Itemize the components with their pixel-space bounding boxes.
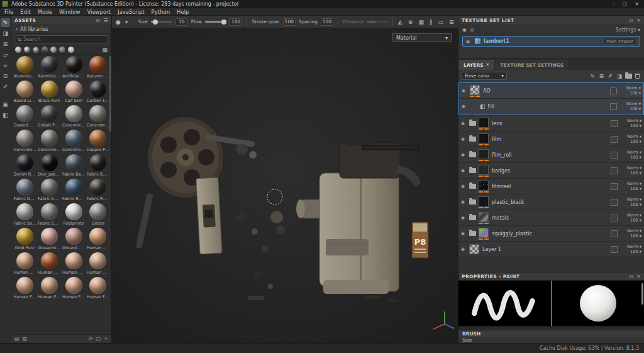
blend-mode-dropdown[interactable]: Norm ▾: [626, 101, 641, 106]
material-item[interactable]: Human Ba...: [86, 228, 109, 250]
brush-preset-chevron-icon[interactable]: ▾: [125, 19, 129, 25]
material-item[interactable]: Human Fe...: [38, 277, 61, 300]
smudge-tool-icon[interactable]: ≈: [1, 61, 10, 70]
opacity-dropdown[interactable]: 100 ▾: [630, 123, 641, 128]
layer-row[interactable]: ◉◧FillNorm ▾100 ▾: [459, 99, 643, 115]
filter-smart-masks-icon[interactable]: [33, 47, 39, 53]
eye-icon[interactable]: ◉: [461, 247, 467, 252]
geometry-mask-tool-icon[interactable]: ▣: [1, 100, 10, 109]
show-all-eye-icon[interactable]: ◉: [462, 27, 467, 33]
paint-tool-icon[interactable]: ✎: [1, 18, 10, 27]
material-item[interactable]: Ground Gr...: [62, 228, 86, 250]
quick-mask-tool-icon[interactable]: ◧: [1, 111, 10, 120]
menu-mode[interactable]: Mode: [38, 9, 52, 15]
material-item[interactable]: Fabric Soft...: [13, 203, 36, 226]
material-item[interactable]: Fabric Rou...: [62, 179, 86, 201]
material-item[interactable]: Coated Me...: [13, 105, 36, 128]
opacity-dropdown[interactable]: 100 ▾: [630, 249, 641, 254]
layer-row[interactable]: ◉AONorm ▾100 ▾: [459, 83, 643, 99]
layer-mask-box[interactable]: [611, 183, 618, 190]
menu-help[interactable]: Help: [177, 9, 189, 15]
layer-mask-box[interactable]: [610, 87, 617, 94]
eye-icon[interactable]: ◉: [461, 121, 467, 126]
lazy-mouse-icon[interactable]: ▦: [418, 19, 425, 25]
close-panel-icon[interactable]: ✕: [636, 18, 641, 23]
material-item[interactable]: Fabric Suit...: [38, 203, 61, 226]
material-item[interactable]: Glitter: [86, 203, 109, 226]
material-item[interactable]: Human Ey...: [86, 252, 109, 275]
menu-javascript[interactable]: JavaScript: [118, 9, 145, 15]
blend-mode-dropdown[interactable]: Norm ▾: [627, 197, 641, 202]
layer-mask-box[interactable]: [611, 136, 618, 143]
layer-mask-box[interactable]: [610, 103, 617, 110]
layer-row[interactable]: ◉filmreelNorm ▾100 ▾: [458, 179, 644, 194]
blend-mode-dropdown[interactable]: Norm ▾: [626, 86, 641, 91]
detail-view-icon[interactable]: ▥: [23, 336, 28, 342]
settings-dropdown[interactable]: Settings ▾: [616, 27, 640, 33]
blend-mode-dropdown[interactable]: Norm ▾: [627, 150, 641, 155]
blend-mode-dropdown[interactable]: Norm ▾: [627, 181, 641, 186]
search-input[interactable]: [23, 36, 105, 42]
opacity-dropdown[interactable]: 100 ▾: [630, 202, 641, 207]
material-item[interactable]: Brass Pure: [38, 81, 61, 103]
menu-edit[interactable]: Edit: [20, 9, 30, 15]
add-mask-icon[interactable]: ⊞: [598, 73, 605, 79]
material-item[interactable]: Human Fo...: [62, 277, 86, 300]
eye-icon[interactable]: ◉: [461, 137, 467, 142]
layer-mask-box[interactable]: [611, 230, 618, 237]
tab-texture-set-settings[interactable]: TEXTURE SET SETTINGS: [495, 60, 569, 70]
eye-icon[interactable]: ◉: [462, 104, 467, 109]
texture-set-lambert1[interactable]: ◉ lambert1 Main shader: [462, 36, 640, 47]
filter-alphas-icon[interactable]: [59, 47, 65, 53]
blend-mode-dropdown[interactable]: Norm ▾: [627, 118, 641, 123]
layer-row[interactable]: ◉lensNorm ▾100 ▾: [458, 116, 644, 132]
blend-mode-dropdown[interactable]: Norm ▾: [627, 213, 641, 218]
material-item[interactable]: Human Bu...: [38, 252, 61, 275]
material-item[interactable]: Cobalt Pure: [38, 105, 61, 128]
layer-mask-box[interactable]: [611, 215, 618, 221]
shader-type-badge[interactable]: Main shader: [603, 38, 636, 45]
tab-layers[interactable]: LAYERS ✕: [458, 60, 495, 70]
grid-icon[interactable]: ⊞: [448, 19, 455, 25]
opacity-dropdown[interactable]: 100 ▾: [630, 155, 641, 160]
eye-icon[interactable]: ◉: [461, 215, 467, 220]
layer-row[interactable]: ◉plastic_blackNorm ▾100 ▾: [458, 194, 644, 210]
eraser-tool-icon[interactable]: ◨: [1, 29, 10, 38]
spacing-value[interactable]: 100: [321, 18, 333, 26]
material-item[interactable]: Human Ch...: [62, 252, 86, 275]
material-item[interactable]: Fabric Ba...: [62, 154, 86, 177]
material-item[interactable]: Fabric Knit...: [38, 179, 61, 201]
dock-panel-icon[interactable]: ⊡: [629, 274, 633, 279]
add-folder-icon[interactable]: [625, 74, 632, 79]
opacity-dropdown[interactable]: 100 ▾: [630, 218, 641, 223]
material-item[interactable]: Concrete S...: [62, 130, 86, 152]
layer-row[interactable]: ◉film_rollNorm ▾100 ▾: [458, 147, 644, 163]
material-item[interactable]: Carbon Fiber: [86, 81, 109, 103]
assets-scrollbar[interactable]: [109, 56, 111, 132]
shading-mode-dropdown[interactable]: Material ▾: [392, 33, 452, 42]
opacity-dropdown[interactable]: 100 ▾: [630, 171, 641, 176]
brush-section-header[interactable]: BRUSH: [458, 330, 644, 337]
material-item[interactable]: Gouache...: [38, 228, 61, 250]
close-button[interactable]: ✕: [635, 1, 639, 7]
filter-smart-materials-icon[interactable]: [24, 47, 30, 53]
opacity-dropdown[interactable]: 100 ▾: [630, 233, 641, 238]
material-item[interactable]: Human Fa...: [13, 277, 36, 300]
layer-row[interactable]: ◉metalsNorm ▾100 ▾: [458, 210, 644, 226]
channel-dropdown[interactable]: Base color ▾: [462, 72, 507, 80]
minimize-button[interactable]: –: [613, 1, 615, 7]
blend-mode-dropdown[interactable]: Norm ▾: [627, 165, 641, 171]
brush-preset-icon[interactable]: ●: [115, 19, 121, 25]
opacity-dropdown[interactable]: 100 ▾: [630, 91, 641, 96]
material-item[interactable]: Autumn L...: [86, 56, 109, 79]
menu-file[interactable]: File: [4, 9, 13, 15]
layer-row[interactable]: ◉badgesNorm ▾100 ▾: [458, 163, 644, 179]
material-item[interactable]: Dior_patent: [38, 154, 61, 177]
eye-icon[interactable]: ◉: [466, 39, 472, 44]
blend-mode-dropdown[interactable]: Norm ▾: [627, 134, 641, 139]
close-panel-icon[interactable]: ✕: [636, 274, 641, 279]
material-item[interactable]: Concrete...: [13, 130, 36, 152]
close-tab-icon[interactable]: ✕: [486, 62, 490, 67]
eye-icon[interactable]: ◉: [461, 152, 467, 157]
eye-icon[interactable]: ◉: [461, 231, 467, 236]
